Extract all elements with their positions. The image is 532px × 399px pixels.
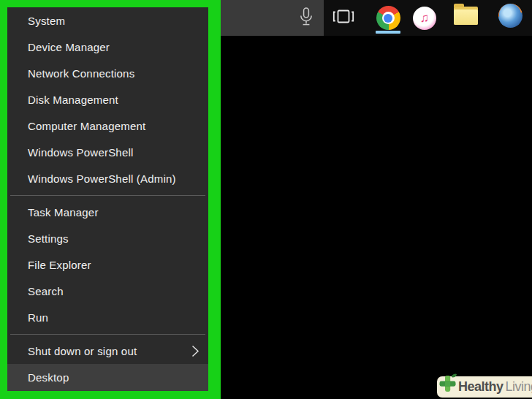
task-view-icon xyxy=(332,8,355,28)
menu-item-label: File Explorer xyxy=(28,259,201,271)
search-input[interactable] xyxy=(216,0,324,36)
menu-separator xyxy=(7,330,208,338)
itunes-taskbar-button[interactable]: ♫ xyxy=(411,0,438,36)
menu-item-run[interactable]: Run xyxy=(7,304,208,330)
menu-item-label: Network Connections xyxy=(28,67,201,80)
menu-item-search[interactable]: Search xyxy=(7,278,208,304)
itunes-icon: ♫ xyxy=(413,7,436,30)
menu-item-computer-management[interactable]: Computer Management xyxy=(7,113,208,139)
menu-item-label: Device Manager xyxy=(28,41,201,53)
watermark-brand-bold: Healthy xyxy=(458,379,503,395)
menu-item-desktop[interactable]: Desktop xyxy=(7,364,208,391)
menu-item-settings[interactable]: Settings xyxy=(7,225,208,251)
menu-item-label: Task Manager xyxy=(28,206,201,218)
menu-item-label: Windows PowerShell (Admin) xyxy=(28,172,201,185)
watermark-brand-light: Living xyxy=(506,379,532,395)
folder-icon xyxy=(454,7,478,25)
menu-item-network-connections[interactable]: Network Connections xyxy=(7,60,208,86)
task-view-button[interactable] xyxy=(331,0,356,36)
file-explorer-taskbar-button[interactable] xyxy=(452,0,479,36)
menu-item-windows-powershell-admin[interactable]: Windows PowerShell (Admin) xyxy=(7,165,208,191)
menu-item-label: Windows PowerShell xyxy=(28,146,201,159)
healthy-living-watermark: Healthy Living xyxy=(437,376,532,398)
firefox-icon xyxy=(498,4,522,28)
menu-item-label: Computer Management xyxy=(28,120,201,132)
menu-item-label: System xyxy=(28,15,201,27)
annotation-highlight-box: System Device Manager Network Connection… xyxy=(0,0,221,399)
desktop-screen: ♫ Healthy Living System Devi xyxy=(0,0,532,399)
chevron-right-icon xyxy=(191,345,200,357)
menu-item-windows-powershell[interactable]: Windows PowerShell xyxy=(7,139,208,165)
menu-item-label: Disk Management xyxy=(28,94,201,106)
menu-item-label: Run xyxy=(28,311,201,324)
health-cross-leaf-icon xyxy=(438,372,457,397)
menu-separator xyxy=(7,191,208,199)
menu-item-label: Search xyxy=(28,285,201,297)
menu-item-file-explorer[interactable]: File Explorer xyxy=(7,251,208,278)
menu-item-task-manager[interactable]: Task Manager xyxy=(7,199,208,225)
menu-item-label: Desktop xyxy=(28,371,201,384)
menu-item-label: Shut down or sign out xyxy=(28,345,191,357)
active-app-indicator xyxy=(376,31,400,34)
menu-item-system[interactable]: System xyxy=(7,7,208,34)
menu-item-label: Settings xyxy=(28,232,201,245)
menu-item-device-manager[interactable]: Device Manager xyxy=(7,34,208,60)
chrome-icon xyxy=(376,6,400,30)
firefox-taskbar-button[interactable] xyxy=(496,0,524,36)
menu-item-disk-management[interactable]: Disk Management xyxy=(7,86,208,113)
winx-power-user-menu: System Device Manager Network Connection… xyxy=(7,7,208,391)
menu-item-shut-down-or-sign-out[interactable]: Shut down or sign out xyxy=(7,338,208,364)
microphone-icon[interactable] xyxy=(299,7,314,30)
